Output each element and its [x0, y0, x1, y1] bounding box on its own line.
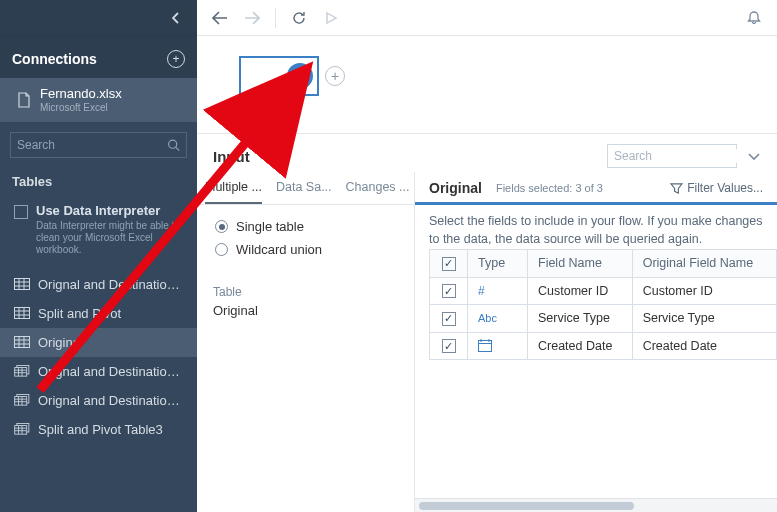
- data-interpreter-toggle[interactable]: Use Data Interpreter Data Interpreter mi…: [0, 195, 197, 264]
- tab[interactable]: Multiple ...: [205, 172, 262, 204]
- table-item-label: Split and Pivot Table3: [38, 422, 163, 437]
- svg-line-1: [176, 147, 179, 150]
- field-checkbox[interactable]: [442, 312, 456, 326]
- connection-item[interactable]: Fernando.xlsx Microsoft Excel: [0, 78, 197, 122]
- sidebar-search-input[interactable]: [17, 138, 167, 152]
- sidebar-top: [0, 0, 197, 36]
- sidebar-search: [0, 122, 197, 166]
- table-item-label: Orignal and Destination ...: [38, 277, 185, 292]
- connection-subtype: Microsoft Excel: [40, 102, 122, 114]
- svg-rect-12: [15, 337, 30, 348]
- table-item[interactable]: Original: [0, 328, 197, 357]
- settings-pane: Multiple ...Data Sa...Changes ... Single…: [197, 172, 415, 512]
- filter-values-button[interactable]: Filter Values...: [670, 181, 763, 195]
- field-name[interactable]: Created Date: [528, 332, 633, 360]
- radio-wildcard-union[interactable]: Wildcard union: [215, 242, 398, 257]
- field-type-icon[interactable]: Abc: [468, 305, 528, 333]
- original-field-name: Customer ID: [632, 277, 776, 305]
- details-panel: Input Multiple ...Data Sa...Changes ...: [197, 134, 777, 512]
- search-icon: [167, 138, 180, 152]
- svg-rect-24: [15, 397, 27, 406]
- back-button[interactable]: [207, 5, 233, 31]
- add-connection-button[interactable]: +: [167, 50, 185, 68]
- field-name[interactable]: Service Type: [528, 305, 633, 333]
- data-interpreter-title: Use Data Interpreter: [36, 203, 185, 218]
- tab[interactable]: Changes ...: [346, 172, 410, 204]
- table-item-label: Split and Pivot: [38, 306, 121, 321]
- table-item[interactable]: Split and Pivot: [0, 299, 197, 328]
- table-item-label: Orignal and Destination ...: [38, 393, 185, 408]
- add-step-button[interactable]: +: [325, 66, 345, 86]
- table-item[interactable]: Orignal and Destination ...: [0, 386, 197, 415]
- field-type-icon[interactable]: #: [468, 277, 528, 305]
- connection-name: Fernando.xlsx: [40, 86, 122, 102]
- field-row: AbcService TypeService Type: [430, 305, 777, 333]
- refresh-button[interactable]: [286, 5, 312, 31]
- checkbox-icon: [14, 205, 28, 219]
- filter-icon: [670, 182, 683, 195]
- table-icon: [287, 63, 313, 89]
- notifications-button[interactable]: [741, 5, 767, 31]
- panel-title: Input: [213, 148, 250, 165]
- connections-label: Connections: [12, 51, 97, 67]
- table-item-label: Original: [38, 335, 83, 350]
- tables-header: Tables: [0, 166, 197, 195]
- table-item[interactable]: Split and Pivot Table3: [0, 415, 197, 444]
- run-button[interactable]: [318, 5, 344, 31]
- toolbar: [197, 0, 777, 36]
- sidebar: Connections + Fernando.xlsx Microsoft Ex…: [0, 0, 197, 512]
- field-checkbox[interactable]: [442, 284, 456, 298]
- table-list: Orignal and Destination ...Split and Piv…: [0, 270, 197, 444]
- original-field-name: Service Type: [632, 305, 776, 333]
- collapse-panel-button[interactable]: [747, 151, 761, 161]
- collapse-sidebar-button[interactable]: [167, 9, 185, 27]
- original-field-name: Created Date: [632, 332, 776, 360]
- details-search-input[interactable]: [614, 149, 764, 163]
- field-row: #Customer IDCustomer ID: [430, 277, 777, 305]
- connections-header: Connections +: [0, 36, 197, 78]
- radio-icon: [215, 243, 228, 256]
- source-title: Original: [429, 180, 482, 196]
- horizontal-scrollbar[interactable]: [415, 498, 777, 512]
- svg-rect-30: [15, 426, 27, 435]
- field-name[interactable]: Customer ID: [528, 277, 633, 305]
- table-item[interactable]: Orignal and Destination ...: [0, 270, 197, 299]
- svg-rect-35: [294, 71, 306, 81]
- fields-pane: Original Fields selected: 3 of 3 Filter …: [415, 172, 777, 512]
- flow-canvas[interactable]: Original +: [197, 36, 777, 134]
- table-item[interactable]: Orignal and Destination ...: [0, 357, 197, 386]
- fields-table: Type Field Name Original Field Name #Cus…: [429, 249, 777, 360]
- main: Original + Input Multiple ...Data Sa...C…: [197, 0, 777, 512]
- forward-button[interactable]: [239, 5, 265, 31]
- svg-rect-7: [15, 308, 30, 319]
- file-icon: [16, 92, 32, 108]
- tab[interactable]: Data Sa...: [276, 172, 332, 204]
- svg-rect-42: [479, 341, 492, 352]
- field-type-icon[interactable]: [468, 332, 528, 360]
- field-checkbox[interactable]: [442, 339, 456, 353]
- svg-rect-2: [15, 279, 30, 290]
- table-label: Table: [213, 285, 398, 299]
- col-orig-name: Original Field Name: [632, 250, 776, 278]
- tabs: Multiple ...Data Sa...Changes ...: [197, 172, 414, 205]
- fields-count: Fields selected: 3 of 3: [496, 182, 603, 194]
- table-value: Original: [213, 303, 398, 318]
- col-type: Type: [468, 250, 528, 278]
- data-interpreter-subtitle: Data Interpreter might be able to clean …: [36, 220, 185, 256]
- radio-icon: [215, 220, 228, 233]
- svg-point-0: [169, 140, 177, 148]
- flow-node-input[interactable]: [239, 56, 319, 96]
- flow-node-label: Original: [239, 100, 319, 112]
- radio-single-table[interactable]: Single table: [215, 219, 398, 234]
- svg-rect-18: [15, 368, 27, 377]
- field-row: Created DateCreated Date: [430, 332, 777, 360]
- select-all-checkbox[interactable]: [442, 257, 456, 271]
- help-text: Select the fields to include in your flo…: [415, 213, 777, 249]
- table-item-label: Orignal and Destination ...: [38, 364, 185, 379]
- col-field-name: Field Name: [528, 250, 633, 278]
